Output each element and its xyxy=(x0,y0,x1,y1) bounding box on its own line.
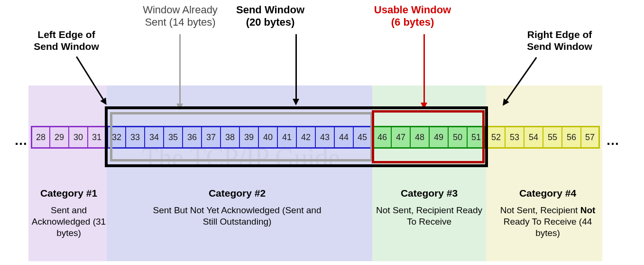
byte-cell: 54 xyxy=(524,126,543,149)
byte-cell: 51 xyxy=(467,126,486,149)
byte-cell: 33 xyxy=(126,126,145,149)
byte-cell: 32 xyxy=(107,126,126,149)
zone-category-2 xyxy=(107,85,372,261)
category-3-label: Category #3 Not Sent, Recipient Ready To… xyxy=(375,188,484,227)
byte-cell: 30 xyxy=(69,126,88,149)
arrow-usable-window-head xyxy=(421,103,427,109)
label-send-window: Send Window (20 bytes) xyxy=(218,4,322,29)
byte-cell: 50 xyxy=(448,126,467,149)
byte-cell: 28 xyxy=(31,126,50,149)
label-right-edge: Right Edge of Send Window xyxy=(512,28,607,52)
byte-cell: 57 xyxy=(581,126,600,149)
byte-cell: 39 xyxy=(239,126,258,149)
byte-cell: 36 xyxy=(183,126,202,149)
zone-category-3 xyxy=(372,85,486,261)
label-usable-window: Usable Window (6 bytes) xyxy=(365,4,460,29)
byte-cell: 38 xyxy=(221,126,239,149)
category-1-label: Category #1 Sent and Acknowledged (31 by… xyxy=(24,188,114,238)
byte-cell: 42 xyxy=(296,126,315,149)
byte-cell: 48 xyxy=(410,126,429,149)
byte-cell: 40 xyxy=(258,126,277,149)
ellipsis-right: … xyxy=(606,133,619,148)
label-left-edge: Left Edge of Send Window xyxy=(24,28,109,52)
byte-cell: 41 xyxy=(277,126,296,149)
byte-cell: 46 xyxy=(372,126,391,149)
byte-cell: 55 xyxy=(543,126,562,149)
category-2-label: Category #2 Sent But Not Yet Acknowledge… xyxy=(152,188,322,227)
byte-cell: 37 xyxy=(202,126,221,149)
byte-cell: 49 xyxy=(429,126,448,149)
byte-cell: 31 xyxy=(88,126,107,149)
ellipsis-left: … xyxy=(14,133,28,148)
arrow-usable-window-line xyxy=(423,34,425,104)
byte-cell: 44 xyxy=(334,126,353,149)
arrow-send-window-line xyxy=(295,34,297,100)
arrow-send-window-head xyxy=(293,99,299,105)
byte-cell: 56 xyxy=(562,126,581,149)
category-4-label: Category #4 Not Sent, Recipient Not Read… xyxy=(493,188,602,238)
byte-cell: 47 xyxy=(391,126,410,149)
byte-cell: 29 xyxy=(50,126,69,149)
byte-cell: 35 xyxy=(164,126,183,149)
arrow-already-sent-head xyxy=(176,104,183,110)
diagram-stage: The TCP/IP Guide Window Already Sent (14… xyxy=(0,0,644,265)
byte-cell: 34 xyxy=(145,126,164,149)
byte-cell: 43 xyxy=(315,126,334,149)
byte-cell: 52 xyxy=(486,126,505,149)
byte-row: 2829303132333435363738394041424344454647… xyxy=(31,126,600,150)
byte-cell: 53 xyxy=(505,126,524,149)
byte-cell: 45 xyxy=(353,126,372,149)
label-window-already-sent: Window Already Sent (14 bytes) xyxy=(128,4,232,29)
arrow-already-sent-line xyxy=(179,34,181,104)
